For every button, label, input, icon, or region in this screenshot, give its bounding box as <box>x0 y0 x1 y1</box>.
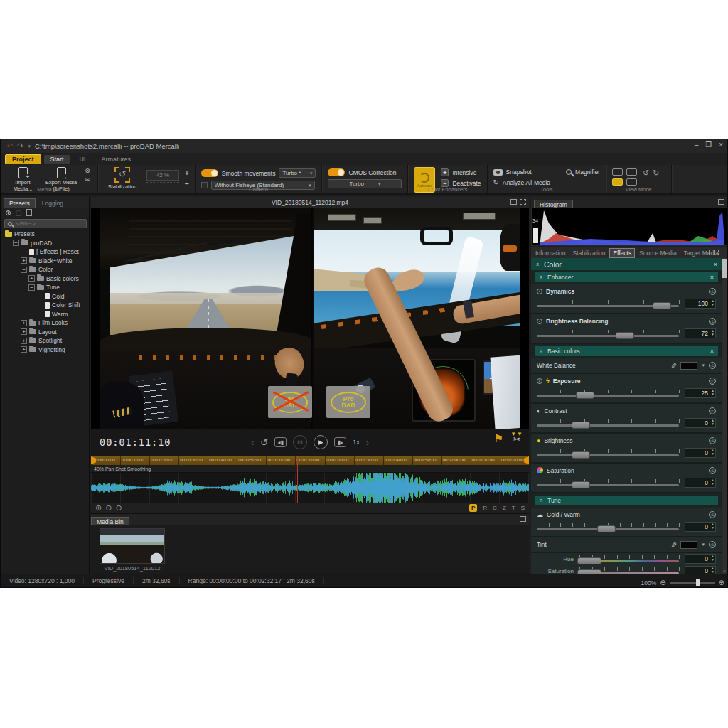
eyedropper-icon[interactable]: ✎ <box>670 542 678 547</box>
cmos-toggle[interactable] <box>328 168 345 176</box>
inspector-tab-information[interactable]: Information <box>532 249 569 257</box>
tree-expander-icon[interactable]: + <box>21 338 27 344</box>
panel-tab-presets[interactable]: Presets <box>4 198 36 208</box>
keyframe-clock-icon[interactable]: ◷ <box>709 318 716 325</box>
keyframe-clock-icon[interactable]: ◷ <box>709 407 716 414</box>
section-header-tune[interactable]: »Tune <box>535 496 718 505</box>
close-button[interactable]: × <box>719 141 723 149</box>
zoom-out-button[interactable]: ⊖ <box>660 579 665 587</box>
value-spinbox[interactable]: 25▲▼ <box>685 388 716 398</box>
tree-item[interactable]: Color Shift <box>2 301 89 310</box>
keyframe-clock-icon[interactable]: ◷ <box>709 378 716 385</box>
view-full-icon[interactable] <box>626 178 637 186</box>
slider-handle[interactable] <box>572 422 590 429</box>
slider-handle[interactable] <box>576 392 594 399</box>
spin-arrows-icon[interactable]: ▲▼ <box>711 419 714 426</box>
add-preset-icon[interactable]: ⊕ <box>5 209 11 217</box>
preview-float-icon[interactable] <box>510 199 517 205</box>
track-toggle-p[interactable]: P <box>469 504 477 512</box>
close-icon[interactable]: × <box>714 261 717 268</box>
pause-button[interactable]: ▮▮ <box>293 435 307 449</box>
video-preview[interactable]: ProDAD ProDAD <box>91 208 529 429</box>
keyframe-clock-icon[interactable]: ◷ <box>709 511 716 518</box>
swatch-caret-icon[interactable]: ▾ <box>702 363 705 368</box>
slider-handle[interactable] <box>616 332 634 339</box>
view-single-icon[interactable] <box>612 168 623 176</box>
ribbon-tab-project[interactable]: Project <box>5 154 41 164</box>
tree-item[interactable]: +Basic colors <box>2 274 89 284</box>
tree-item[interactable]: −Color <box>2 265 89 274</box>
track-toggle-s[interactable]: S <box>521 505 525 511</box>
collapse-icon[interactable]: » <box>534 262 541 266</box>
inspector-tab-source-media[interactable]: Source Media <box>636 249 679 257</box>
new-preset-page-icon[interactable] <box>26 209 32 216</box>
cut-media-icon[interactable]: ✂ <box>85 176 90 183</box>
eyedropper-icon[interactable]: ✎ <box>670 363 678 368</box>
spin-arrows-icon[interactable]: ▲▼ <box>711 299 714 306</box>
slider-handle[interactable] <box>572 481 590 488</box>
audio-waveform[interactable] <box>91 473 529 503</box>
maximize-button[interactable]: ❒ <box>705 141 712 149</box>
slider-handle[interactable] <box>577 557 601 564</box>
slider-track[interactable] <box>537 478 679 488</box>
slider-track[interactable] <box>537 448 679 458</box>
wave-zoom-out-icon[interactable]: ⊖ <box>115 503 122 513</box>
color-swatch[interactable] <box>680 362 697 370</box>
histogram-marker-bar[interactable] <box>533 228 538 243</box>
inspector-pin-icon[interactable] <box>718 250 724 255</box>
histogram-float-icon[interactable] <box>718 199 724 205</box>
strength-plus-button[interactable]: + <box>185 169 189 177</box>
power-toggle-icon[interactable] <box>537 289 542 294</box>
rotate-right-icon[interactable]: ↻ <box>653 168 659 178</box>
next-clip-button[interactable]: › <box>366 437 369 448</box>
ribbon-tab-ui[interactable]: UI <box>73 155 92 164</box>
tree-expander-icon[interactable]: + <box>21 346 27 353</box>
cut-tool[interactable]: ▼▼ ✂ <box>510 432 523 444</box>
inspector-tab-effects[interactable]: Effects <box>609 248 635 258</box>
swatch-caret-icon[interactable]: ▾ <box>702 542 705 547</box>
tree-item[interactable]: +Film Looks <box>2 318 89 328</box>
media-bin-float-icon[interactable] <box>520 516 526 522</box>
intensive-button[interactable]: Intensive <box>452 169 476 176</box>
tree-expander-icon[interactable]: − <box>13 240 19 246</box>
playback-speed[interactable]: 1x <box>353 439 360 446</box>
tree-item[interactable]: +Vignetting <box>2 346 89 355</box>
spin-arrows-icon[interactable]: ▲▼ <box>711 329 714 336</box>
analyze-all-media-button[interactable]: Analyze All Media <box>503 179 550 186</box>
stabilization-strength[interactable]: 42 % <box>146 170 179 183</box>
rotate-left-icon[interactable]: ↺ <box>643 168 649 178</box>
tree-item[interactable]: Presets <box>2 230 89 239</box>
turbo-dropdown[interactable]: Turbo *▾ <box>279 168 316 178</box>
wave-zoom-fit-icon[interactable]: ⊙ <box>105 503 112 513</box>
spin-arrows-icon[interactable]: ▲▼ <box>711 478 714 486</box>
panel-tab-logging[interactable]: Logging <box>37 199 68 208</box>
track-toggle-t[interactable]: T <box>512 505 515 511</box>
stabilization-button[interactable]: ↺ Stabilization <box>104 167 141 191</box>
collapse-icon[interactable]: » <box>537 349 545 353</box>
view-dual-icon[interactable] <box>626 168 637 176</box>
keyframe-clock-icon[interactable]: ◷ <box>709 362 716 369</box>
tree-item[interactable]: [ Effects ] Reset <box>2 247 89 257</box>
value-spinbox[interactable]: 0▲▼ <box>685 522 716 532</box>
section-header-color[interactable]: »Color× <box>531 258 722 270</box>
track-toggle-r[interactable]: R <box>483 505 487 511</box>
tree-expander-icon[interactable]: − <box>28 284 35 291</box>
remove-media-icon[interactable]: ⊗ <box>85 167 90 174</box>
section-header-basic-colors[interactable]: »Basic colors× <box>535 346 718 356</box>
zoom-slider[interactable] <box>670 582 715 584</box>
value-spinbox[interactable]: 0▲▼ <box>685 554 716 564</box>
inspector-float-icon[interactable] <box>709 250 715 255</box>
keyframe-clock-icon[interactable]: ◷ <box>709 437 716 444</box>
deactivate-button[interactable]: Deactivate <box>452 180 481 187</box>
spin-arrows-icon[interactable]: ▲▼ <box>711 389 714 396</box>
remove-preset-icon[interactable]: ▢ <box>15 209 21 217</box>
playhead[interactable] <box>297 456 298 503</box>
close-icon[interactable]: × <box>710 274 714 281</box>
filter-input[interactable] <box>15 220 79 228</box>
slider-handle[interactable] <box>572 451 590 459</box>
intensive-plus-icon[interactable]: + <box>441 168 449 176</box>
slider-track[interactable] <box>537 418 679 428</box>
track-toggle-z[interactable]: Z <box>503 505 506 511</box>
collapse-icon[interactable]: » <box>537 275 545 279</box>
ribbon-tab-armatures[interactable]: Armatures <box>95 155 138 164</box>
